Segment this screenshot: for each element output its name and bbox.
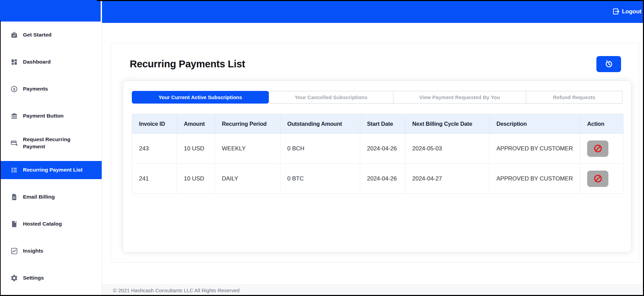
sidebar-item-label: Request Recurring Payment — [23, 136, 83, 150]
credit-card-plus-icon — [10, 139, 18, 147]
cell-invoice-id: 241 — [132, 164, 177, 194]
document-icon — [10, 193, 18, 201]
refresh-button[interactable] — [596, 56, 621, 72]
cell-start-date: 2024-04-26 — [360, 134, 405, 164]
sidebar-item-email-billing[interactable]: Email Billing — [0, 188, 102, 206]
main-column: Logout Recurring Payments List — [102, 0, 644, 296]
cell-start-date: 2024-04-26 — [360, 164, 405, 194]
cell-outstanding-amount: 0 BTC — [280, 164, 360, 194]
column-header-start-date: Start Date — [360, 114, 405, 134]
subscriptions-panel: Your Current Active Subscriptions Your C… — [123, 81, 631, 252]
tabs-bar: Your Current Active Subscriptions Your C… — [132, 91, 622, 104]
page-header: Recurring Payments List — [130, 56, 621, 72]
sidebar-item-label: Payments — [23, 85, 48, 92]
column-header-outstanding-amount: Outstanding Amount — [280, 114, 360, 134]
content-area: Recurring Payments List Your Current Act… — [102, 23, 644, 284]
table-row: 243 10 USD WEEKLY 0 BCH 2024-04-26 2024-… — [132, 134, 623, 164]
sidebar-item-request-recurring-payment[interactable]: Request Recurring Payment — [0, 134, 102, 152]
app-window: Get Started Dashboard $ Payments — [0, 0, 644, 296]
sidebar-item-label: Email Billing — [23, 193, 55, 200]
table-header-row: Invoice ID Amount Recurring Period Outst… — [132, 114, 623, 134]
cell-next-billing-cycle-date: 2024-05-03 — [405, 134, 490, 164]
sidebar-item-dashboard[interactable]: Dashboard — [0, 53, 102, 71]
cell-description: APPROVED BY CUSTOMER — [490, 164, 580, 194]
sidebar-item-recurring-payment-list[interactable]: Recurring Payment List — [0, 161, 102, 179]
cell-amount: 10 USD — [177, 164, 215, 194]
sidebar-item-label: Get Started — [23, 31, 52, 38]
cell-action — [580, 134, 623, 164]
topbar: Logout — [102, 0, 644, 23]
sidebar-item-label: Insights — [23, 247, 43, 254]
sidebar-item-settings[interactable]: Settings — [0, 269, 102, 287]
bank-icon — [10, 112, 18, 120]
logout-label: Logout — [622, 8, 642, 15]
column-header-description: Description — [490, 114, 580, 134]
copyright-text: © 2021 Hashcash Consultants LLC All Righ… — [113, 287, 240, 293]
column-header-recurring-period: Recurring Period — [215, 114, 280, 134]
dollar-circle-icon: $ — [10, 85, 18, 93]
cancel-subscription-button[interactable] — [587, 171, 608, 187]
cell-next-billing-cycle-date: 2024-04-27 — [405, 164, 490, 194]
sidebar-item-label: Dashboard — [23, 58, 51, 65]
svg-text:$: $ — [13, 87, 15, 91]
column-header-next-billing-cycle-date: Next Billing Cycle Date — [405, 114, 490, 134]
chart-line-icon — [10, 247, 18, 255]
book-icon — [10, 220, 18, 228]
sidebar-item-label: Payment Button — [23, 112, 64, 119]
table-row: 241 10 USD DAILY 0 BTC 2024-04-26 2024-0… — [132, 164, 623, 194]
ban-icon — [593, 174, 603, 184]
frame-left — [0, 21, 1, 296]
list-icon — [10, 166, 18, 174]
tab-current-active-subscriptions[interactable]: Your Current Active Subscriptions — [132, 91, 269, 104]
cancel-subscription-button[interactable] — [587, 140, 608, 157]
cell-invoice-id: 243 — [132, 134, 177, 164]
subscriptions-table: Invoice ID Amount Recurring Period Outst… — [132, 114, 623, 194]
sidebar-nav: Get Started Dashboard $ Payments — [0, 22, 102, 296]
cell-recurring-period: DAILY — [215, 164, 280, 194]
sidebar-item-payments[interactable]: $ Payments — [0, 80, 102, 98]
sidebar-logo-area — [0, 0, 101, 22]
sidebar-item-hosted-catalog[interactable]: Hosted Catalog — [0, 215, 102, 233]
column-header-action: Action — [580, 114, 623, 134]
frame-top — [97, 0, 644, 1]
cell-amount: 10 USD — [177, 134, 215, 164]
history-icon — [604, 59, 614, 69]
tab-view-payment-requested-by-you[interactable]: View Payment Requested By You — [393, 91, 526, 104]
logout-button[interactable]: Logout — [612, 8, 642, 15]
sidebar-item-label: Settings — [23, 274, 44, 281]
briefcase-check-icon — [10, 31, 18, 39]
sidebar: Get Started Dashboard $ Payments — [0, 0, 102, 296]
column-header-amount: Amount — [177, 114, 215, 134]
page-card: Recurring Payments List Your Current Act… — [111, 43, 639, 263]
footer: © 2021 Hashcash Consultants LLC All Righ… — [102, 284, 644, 296]
cell-outstanding-amount: 0 BCH — [280, 134, 360, 164]
page-title: Recurring Payments List — [130, 58, 245, 70]
cell-description: APPROVED BY CUSTOMER — [490, 134, 580, 164]
cell-action — [580, 164, 623, 194]
sidebar-item-get-started[interactable]: Get Started — [0, 26, 102, 44]
cell-recurring-period: WEEKLY — [215, 134, 280, 164]
sidebar-item-insights[interactable]: Insights — [0, 242, 102, 260]
gear-icon — [10, 274, 18, 282]
tab-refund-requests[interactable]: Refund Requests — [526, 91, 622, 104]
tab-cancelled-subscriptions[interactable]: Your Cancelled Subscriptions — [269, 91, 393, 104]
dashboard-grid-icon — [10, 58, 18, 66]
sidebar-item-label: Hosted Catalog — [23, 220, 62, 227]
sidebar-item-label: Recurring Payment List — [23, 166, 83, 173]
logout-icon — [612, 8, 620, 15]
sidebar-item-payment-button[interactable]: Payment Button — [0, 107, 102, 125]
column-header-invoice-id: Invoice ID — [132, 114, 177, 134]
ban-icon — [593, 144, 603, 153]
